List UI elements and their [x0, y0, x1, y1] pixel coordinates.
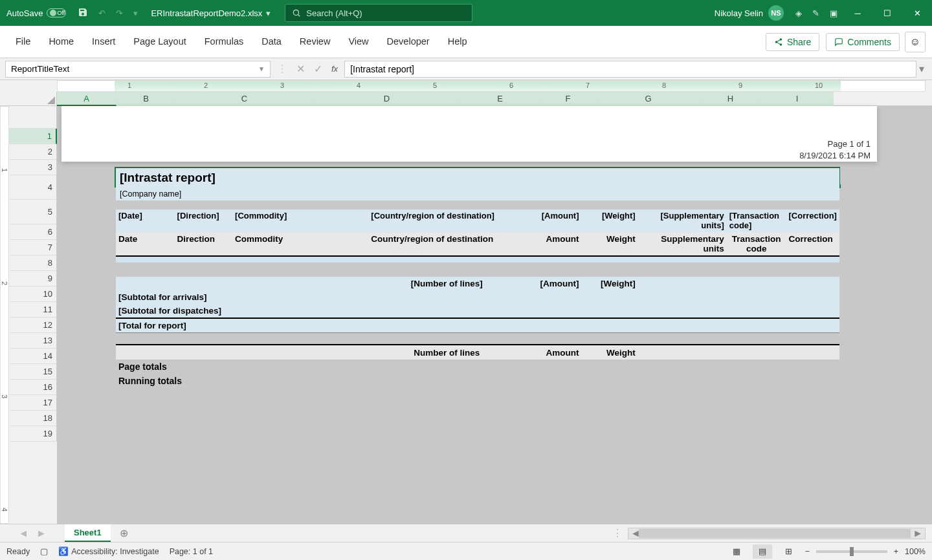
user-account[interactable]: Nikolay Selin NS	[708, 5, 790, 21]
next-sheet-icon[interactable]: ►	[36, 528, 47, 539]
row-header-11[interactable]: 11	[9, 302, 57, 318]
add-sheet-button[interactable]: ⊕	[111, 527, 137, 539]
company-name[interactable]: [Company name]	[116, 188, 839, 200]
row-header-19[interactable]: 19	[9, 426, 57, 442]
row-header-17[interactable]: 17	[9, 395, 57, 411]
row-header-6[interactable]: 6	[9, 224, 57, 240]
tab-developer[interactable]: Developer	[378, 28, 439, 56]
tab-formulas[interactable]: Formulas	[195, 28, 252, 56]
total-report-row[interactable]: [Total for report]	[116, 318, 839, 333]
prev-sheet-icon[interactable]: ◄	[18, 528, 28, 539]
subtotal-arrivals-row[interactable]: [Subtotal for arrivals]	[116, 290, 839, 304]
running-totals-row[interactable]: Running totals	[116, 374, 839, 388]
table-header-placeholder-row[interactable]: [Date][Direction][Commodity][Country/reg…	[116, 210, 839, 232]
worksheet-grid[interactable]: 1234 12345678910111213141516171819 Page …	[0, 106, 932, 524]
scroll-right-icon[interactable]: ►	[913, 528, 923, 539]
drag-handle-icon[interactable]: ⋮	[277, 63, 287, 75]
row-header-3[interactable]: 3	[9, 160, 57, 175]
paint-icon[interactable]: ✎	[807, 8, 825, 18]
column-header-C[interactable]: C	[176, 92, 313, 106]
column-header-I[interactable]: I	[761, 92, 834, 106]
tab-review[interactable]: Review	[291, 28, 340, 56]
column-headers: ABCDEFGHI	[0, 92, 932, 106]
cancel-formula-icon[interactable]: ✕	[296, 63, 305, 75]
horizontal-scrollbar[interactable]: ◄ ►	[628, 528, 926, 539]
vruler-tick: 1	[1, 168, 8, 172]
tab-data[interactable]: Data	[252, 28, 291, 56]
row-header-18[interactable]: 18	[9, 411, 57, 426]
row-header-12[interactable]: 12	[9, 318, 57, 333]
tab-help[interactable]: Help	[439, 28, 476, 56]
sheet-tab-sheet1[interactable]: Sheet1	[65, 524, 111, 542]
page-totals-row[interactable]: Page totals	[116, 360, 839, 374]
fx-icon[interactable]: fx	[331, 64, 338, 74]
row-header-margin[interactable]	[9, 106, 57, 129]
enter-formula-icon[interactable]: ✓	[314, 63, 322, 75]
share-button[interactable]: Share	[766, 33, 819, 51]
column-header-B[interactable]: B	[116, 92, 176, 106]
row-header-16[interactable]: 16	[9, 380, 57, 395]
name-box-dropdown-icon[interactable]: ▼	[258, 65, 265, 72]
name-box[interactable]: ReportTitleText ▼	[5, 61, 271, 78]
column-header-D[interactable]: D	[313, 92, 461, 106]
name-box-value: ReportTitleText	[11, 64, 69, 74]
row-header-10[interactable]: 10	[9, 286, 57, 302]
footer-header-row[interactable]: Number of linesAmountWeight	[116, 345, 839, 360]
split-handle-icon[interactable]: ⋮	[607, 527, 628, 539]
ribbon-tabs: FileHomeInsertPage LayoutFormulasDataRev…	[0, 26, 932, 58]
per-direction-totals-row[interactable]: [Number of lines][Amount][Weight]	[116, 277, 839, 290]
filename-dropdown[interactable]: ERIntrastatReportDemo2.xlsx ▾	[143, 8, 278, 18]
select-all-corner[interactable]	[0, 92, 57, 106]
tab-page-layout[interactable]: Page Layout	[124, 28, 195, 56]
column-header-E[interactable]: E	[461, 92, 540, 106]
row-header-1[interactable]: 1	[9, 129, 57, 144]
close-button[interactable]: ✕	[902, 0, 932, 26]
vruler-tick: 4	[1, 508, 8, 512]
row-header-4[interactable]: 4	[9, 175, 57, 200]
ruler-tick: 7	[586, 81, 590, 89]
macro-record-icon[interactable]: ▢	[40, 546, 48, 556]
save-icon[interactable]	[72, 7, 93, 19]
tab-home[interactable]: Home	[39, 28, 83, 56]
page-break-view-button[interactable]: ⊞	[779, 544, 798, 559]
zoom-level[interactable]: 100%	[905, 547, 926, 556]
row-header-7[interactable]: 7	[9, 240, 57, 255]
zoom-slider[interactable]	[816, 550, 887, 553]
tab-file[interactable]: File	[6, 28, 39, 56]
expand-formula-icon[interactable]: ▾	[916, 63, 927, 75]
table-header-row[interactable]: DateDirectionCommodityCountry/region of …	[116, 232, 839, 256]
row-header-5[interactable]: 5	[9, 200, 57, 224]
subtotal-dispatches-row[interactable]: [Subtotal for dispatches]	[116, 304, 839, 318]
row-header-13[interactable]: 13	[9, 333, 57, 349]
row-header-15[interactable]: 15	[9, 364, 57, 380]
zoom-out-button[interactable]: −	[804, 547, 809, 556]
comments-button[interactable]: Comments	[826, 33, 900, 51]
maximize-button[interactable]: ☐	[872, 0, 902, 26]
row-header-9[interactable]: 9	[9, 271, 57, 286]
ruler-tick: 10	[815, 81, 823, 89]
tab-view[interactable]: View	[339, 28, 377, 56]
normal-view-button[interactable]: ▦	[727, 544, 746, 559]
ribbon-options-icon[interactable]: ▣	[825, 8, 843, 18]
row-header-8[interactable]: 8	[9, 255, 57, 271]
row-header-14[interactable]: 14	[9, 349, 57, 364]
formula-input[interactable]: [Intrastat report]	[344, 61, 916, 78]
report-title[interactable]: [Intrastat report]	[116, 168, 839, 188]
autosave-toggle[interactable]: AutoSave Off	[0, 8, 72, 18]
diamond-icon[interactable]: ◈	[790, 8, 807, 18]
column-header-A[interactable]: A	[57, 92, 116, 106]
zoom-in-button[interactable]: +	[894, 547, 898, 556]
column-header-G[interactable]: G	[597, 92, 700, 106]
feedback-button[interactable]: ☺	[905, 32, 926, 52]
column-header-F[interactable]: F	[540, 92, 597, 106]
search-box[interactable]: Search (Alt+Q)	[285, 4, 472, 22]
qat-dropdown-icon[interactable]: ▾	[128, 8, 143, 18]
tab-insert[interactable]: Insert	[83, 28, 124, 56]
column-header-H[interactable]: H	[700, 92, 761, 106]
redo-icon[interactable]: ↷	[111, 8, 128, 18]
page-layout-view-button[interactable]: ▤	[753, 544, 772, 559]
row-header-2[interactable]: 2	[9, 144, 57, 160]
accessibility-status[interactable]: ♿Accessibility: Investigate	[58, 546, 159, 556]
minimize-button[interactable]: ─	[843, 0, 872, 26]
undo-icon[interactable]: ↶	[93, 8, 111, 18]
